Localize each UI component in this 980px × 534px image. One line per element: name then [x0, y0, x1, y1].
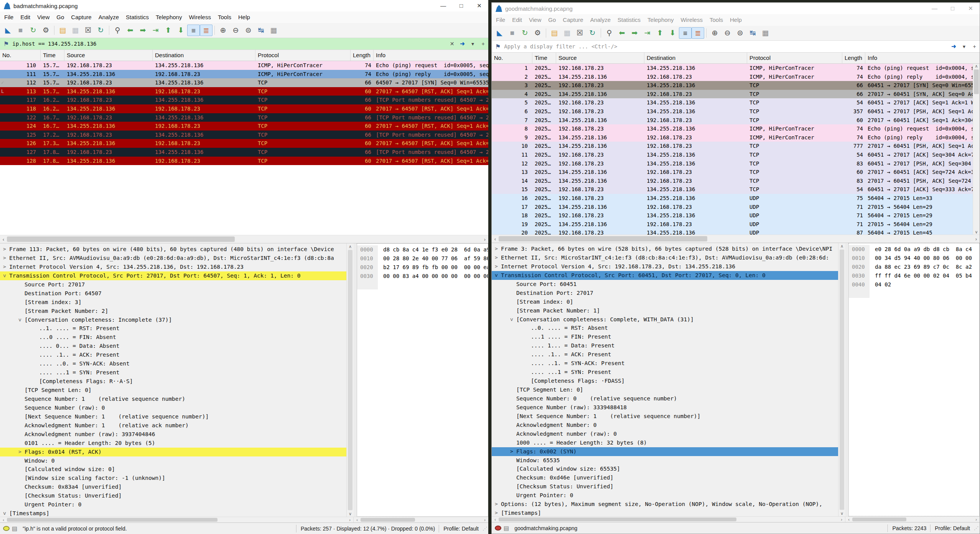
expander-icon[interactable] [30, 333, 39, 342]
detail-row[interactable]: Sequence Number (raw): 0 [0, 403, 346, 412]
expander-icon[interactable] [507, 438, 516, 447]
detail-row[interactable]: > Internet Protocol Version 4, Src: 192.… [492, 262, 838, 271]
filter-add-button[interactable]: + [478, 41, 488, 47]
packet-row[interactable]: 118 16.2… 134.255.218.136 192.168.178.23… [0, 104, 488, 113]
expander-icon[interactable] [15, 412, 25, 421]
colorize-icon[interactable]: ≣ [200, 25, 212, 36]
zoom-reset-icon[interactable]: ⊜ [734, 27, 746, 39]
menu-item[interactable]: File [1, 12, 17, 23]
menu-item[interactable]: Edit [509, 14, 525, 26]
packet-row[interactable]: 7 2025… 134.255.218.136 192.168.178.23 T… [492, 116, 980, 125]
expander-icon[interactable] [30, 350, 39, 359]
menu-item[interactable]: Wireless [677, 14, 706, 26]
packet-row[interactable]: 128 17.8… 134.255.218.136 192.168.178.23… [0, 157, 488, 165]
packet-row[interactable]: 11 2025… 192.168.178.23 134.255.218.136 … [492, 150, 980, 159]
detail-row[interactable]: > Flags: 0x002 (SYN) [492, 447, 838, 456]
maximize-button[interactable]: □ [944, 3, 962, 14]
packet-row[interactable]: 2 2025… 134.255.218.136 192.168.178.23 I… [492, 73, 980, 81]
detail-row[interactable]: [Calculated window size: 65535] [492, 465, 838, 473]
hex-row[interactable]: 0030 ff ff d4 6e 00 00 02 04 05 b4 [849, 271, 979, 280]
detail-row[interactable]: ..1. .... = RST: Present [0, 324, 346, 333]
capture-options-icon[interactable]: ⚙ [531, 27, 544, 39]
detail-row[interactable]: [Calculated window size: 0] [0, 465, 346, 474]
packet-row[interactable]: 20 2025… 192.168.178.23 134.255.218.136 … [492, 228, 980, 235]
detail-row[interactable]: v [Timestamps] [0, 509, 346, 517]
open-file-icon[interactable]: ▤ [56, 25, 69, 36]
go-back-icon[interactable]: ⬅ [124, 25, 137, 36]
scroll-up-icon[interactable]: ∧ [975, 64, 978, 69]
expander-icon[interactable]: > [492, 245, 501, 253]
menu-item[interactable]: Statistics [122, 12, 152, 23]
expander-icon[interactable]: > [507, 447, 516, 456]
zoom-in-icon[interactable]: ⊕ [217, 25, 229, 36]
packet-list-vscrollbar[interactable]: ∧ ∨ [973, 64, 980, 235]
toolbar-button[interactable] [54, 26, 54, 35]
detail-row[interactable]: v Transmission Control Protocol, Src Por… [492, 271, 838, 280]
expander-icon[interactable] [522, 341, 531, 350]
filter-input[interactable]: Apply a display filter ... <Ctrl-/> [504, 43, 949, 50]
detail-vscrollbar[interactable]: ∧ ∨ [346, 243, 354, 517]
packet-row[interactable]: 10 2025… 134.255.218.136 192.168.178.23 … [492, 142, 980, 150]
pane-splitter[interactable] [354, 243, 357, 517]
detail-row[interactable]: > Ethernet II, Src: AVMAudiovisu_0a:a9:d… [0, 254, 346, 263]
menu-item[interactable]: Analyze [587, 14, 614, 26]
pane-splitter[interactable] [845, 243, 848, 516]
detail-row[interactable]: Checksum: 0x83a4 [unverified] [0, 483, 346, 491]
expander-icon[interactable]: v [0, 509, 9, 517]
packet-row[interactable]: ✓ 112 15.7… 192.168.178.23 134.255.218.1… [0, 78, 488, 87]
close-button[interactable]: ✕ [470, 0, 488, 12]
scroll-up-icon[interactable]: ∧ [840, 243, 843, 249]
expander-icon[interactable] [522, 324, 531, 332]
expander-icon[interactable] [15, 456, 25, 465]
packet-row[interactable]: 16 2025… 192.168.178.23 134.255.218.136 … [492, 194, 980, 203]
detail-row[interactable]: [Next Sequence Number: 1 (relative seque… [492, 412, 838, 421]
packet-row[interactable] [0, 165, 488, 174]
packet-row[interactable]: 111 15.7… 134.255.218.136 192.168.178.23… [0, 70, 488, 79]
detail-row[interactable]: > Internet Protocol Version 4, Src: 134.… [0, 263, 346, 271]
expander-icon[interactable] [15, 430, 25, 439]
menu-item[interactable]: Telephony [152, 12, 185, 23]
expander-icon[interactable] [30, 368, 39, 377]
expander-icon[interactable] [15, 280, 25, 289]
packet-row[interactable]: 15 2025… 192.168.178.23 134.255.218.136 … [492, 185, 980, 194]
menu-item[interactable]: File [492, 14, 509, 26]
layout-icon[interactable]: ▦ [759, 27, 772, 39]
packet-row[interactable]: 5 2025… 192.168.178.23 134.255.218.136 T… [492, 98, 980, 107]
detail-row[interactable]: Window: 0 [0, 456, 346, 465]
detail-row[interactable]: v Transmission Control Protocol, Src Por… [0, 271, 346, 280]
detail-row[interactable]: > Ethernet II, Src: MicroStarINT_c4:1e:f… [492, 253, 838, 262]
filter-clear-icon[interactable]: ✕ [447, 41, 457, 47]
start-capture-icon[interactable]: ◣ [493, 27, 506, 39]
expander-icon[interactable]: > [492, 262, 501, 271]
hex-row[interactable]: 0030 00 00 83 a4 00 00 00 00 00 00 00 [357, 272, 488, 281]
expander-icon[interactable] [507, 421, 516, 430]
reload-file-icon[interactable]: ↻ [586, 27, 599, 39]
capture-comment-icon[interactable]: ▤ [504, 525, 509, 532]
resize-columns-icon[interactable]: ↹ [255, 25, 267, 36]
detail-row[interactable]: Destination Port: 27017 [492, 289, 838, 298]
detail-row[interactable]: 1000 .... = Header Length: 32 bytes (8) [492, 438, 838, 447]
resize-grip[interactable]: ⋰ [974, 526, 980, 531]
expander-icon[interactable]: v [507, 315, 516, 324]
scroll-left-icon[interactable]: ‹ [492, 236, 499, 242]
detail-row[interactable]: > [Timestamps] [492, 509, 838, 516]
expander-icon[interactable]: v [15, 316, 25, 324]
packet-row[interactable]: 117 16.2… 192.168.178.23 134.255.218.136… [0, 96, 488, 104]
go-forward-icon[interactable]: ➡ [628, 27, 641, 39]
column-header[interactable]: Info [865, 53, 980, 63]
open-file-icon[interactable]: ▤ [548, 27, 561, 39]
expander-icon[interactable] [15, 439, 25, 448]
detail-row[interactable]: Acknowledgment number (raw): 0 [492, 430, 838, 438]
detail-row[interactable]: ...0 .... = FIN: Absent [0, 333, 346, 342]
expander-icon[interactable] [507, 298, 516, 306]
detail-row[interactable]: .... 1... = Data: Present [492, 341, 838, 350]
detail-row[interactable]: Urgent Pointer: 0 [0, 500, 346, 509]
toolbar-button[interactable] [546, 28, 546, 38]
detail-row[interactable]: [Checksum Status: Unverified] [0, 491, 346, 500]
column-header[interactable]: Source [64, 50, 153, 61]
packet-row[interactable]: 125 17.2… 192.168.178.23 134.255.218.136… [0, 131, 488, 139]
scroll-down-icon[interactable]: ∨ [975, 230, 978, 235]
expander-icon[interactable] [15, 491, 25, 500]
zoom-out-icon[interactable]: ⊖ [721, 27, 734, 39]
expander-icon[interactable] [522, 350, 531, 359]
